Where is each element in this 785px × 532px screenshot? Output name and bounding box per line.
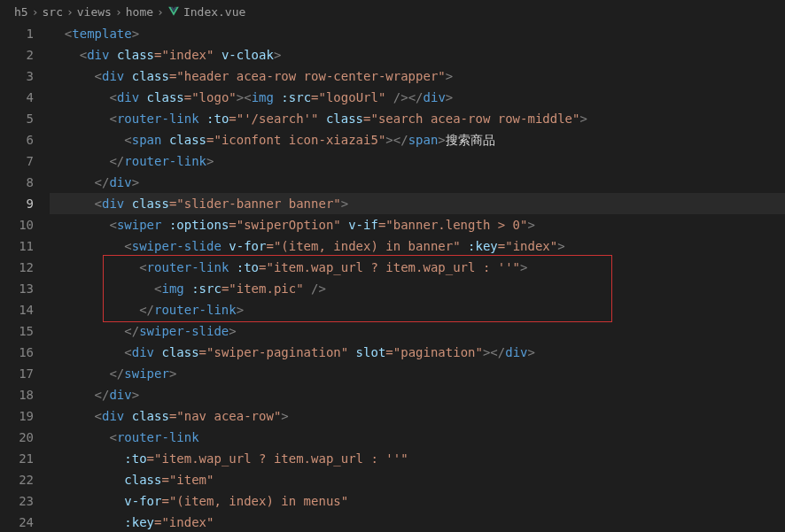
line-number: 1 (0, 23, 34, 44)
code-line[interactable]: <div class="header acea-row row-center-w… (50, 66, 785, 87)
line-number: 3 (0, 66, 34, 87)
breadcrumb-item[interactable]: h5 (14, 5, 28, 19)
code-line[interactable]: :key="index" (50, 512, 785, 532)
code-line[interactable]: </swiper> (50, 363, 785, 384)
line-number: 23 (0, 490, 34, 512)
code-line[interactable]: <swiper :options="swiperOption" v-if="ba… (50, 214, 785, 235)
line-number: 13 (0, 278, 34, 299)
line-number: 12 (0, 257, 34, 278)
line-number-active: 9 (0, 193, 34, 214)
code-line-active[interactable]: <div class="slider-banner banner"> (50, 193, 785, 214)
line-number: 8 (0, 172, 34, 193)
chevron-right-icon: › (66, 5, 74, 19)
code-line[interactable]: <div class="nav acea-row"> (50, 405, 785, 427)
line-number: 22 (0, 469, 34, 490)
breadcrumb[interactable]: h5 › src › views › home › Index.vue (0, 0, 785, 23)
code-line[interactable]: <div class="logo"><img :src="logoUrl" />… (50, 87, 785, 108)
line-number: 17 (0, 363, 34, 384)
code-line[interactable]: </router-link> (50, 299, 785, 320)
code-line[interactable]: <div class="index" v-cloak> (50, 44, 785, 66)
line-number: 6 (0, 129, 34, 150)
code-line[interactable]: <span class="iconfont icon-xiazai5"></sp… (50, 129, 785, 150)
line-number: 19 (0, 405, 34, 427)
code-line[interactable]: </div> (50, 384, 785, 405)
line-number: 2 (0, 44, 34, 66)
code-line[interactable]: <div class="swiper-pagination" slot="pag… (50, 342, 785, 363)
line-number: 11 (0, 235, 34, 257)
chevron-right-icon: › (157, 5, 164, 19)
line-number: 16 (0, 342, 34, 363)
code-line[interactable]: </div> (50, 172, 785, 193)
line-number: 4 (0, 87, 34, 108)
code-line[interactable]: <img :src="item.pic" /> (50, 278, 785, 299)
line-number: 14 (0, 299, 34, 320)
code-line[interactable]: </swiper-slide> (50, 320, 785, 342)
line-number: 7 (0, 150, 34, 172)
line-number: 10 (0, 214, 34, 235)
line-number: 21 (0, 448, 34, 469)
code-line[interactable]: class="item" (50, 469, 785, 490)
breadcrumb-item[interactable]: views (77, 5, 112, 19)
breadcrumb-item[interactable]: home (126, 5, 153, 19)
breadcrumb-item[interactable]: src (42, 5, 62, 19)
line-number: 18 (0, 384, 34, 405)
code-line[interactable]: <router-link :to="item.wap_url ? item.wa… (50, 257, 785, 278)
chevron-right-icon: › (32, 5, 39, 19)
code-line[interactable]: </router-link> (50, 150, 785, 172)
code-editor[interactable]: 1 2 3 4 5 6 7 8 9 10 11 12 13 14 15 16 1… (0, 23, 785, 532)
line-number: 5 (0, 108, 34, 129)
line-number: 20 (0, 427, 34, 448)
vue-file-icon (167, 5, 183, 19)
breadcrumb-item[interactable]: Index.vue (183, 5, 245, 19)
line-number-gutter: 1 2 3 4 5 6 7 8 9 10 11 12 13 14 15 16 1… (0, 23, 50, 532)
code-content[interactable]: <template> <div class="index" v-cloak> <… (50, 23, 785, 532)
code-line[interactable]: <template> (50, 23, 785, 44)
code-line[interactable]: <swiper-slide v-for="(item, index) in ba… (50, 235, 785, 257)
line-number: 24 (0, 512, 34, 532)
line-number: 15 (0, 320, 34, 342)
code-line[interactable]: v-for="(item, index) in menus" (50, 490, 785, 512)
code-line[interactable]: <router-link :to="'/search'" class="sear… (50, 108, 785, 129)
chevron-right-icon: › (115, 5, 122, 19)
code-line[interactable]: <router-link (50, 427, 785, 448)
code-line[interactable]: :to="item.wap_url ? item.wap_url : ''" (50, 448, 785, 469)
